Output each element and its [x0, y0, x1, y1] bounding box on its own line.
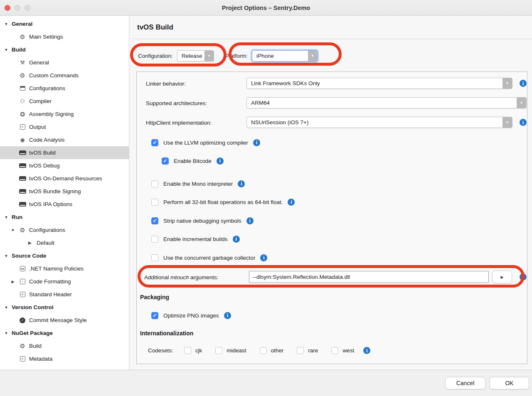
info-icon[interactable] [520, 273, 527, 280]
sidebar-item-metadata[interactable]: ≡Metadata [0, 352, 129, 365]
codeset-label: rare [308, 347, 318, 354]
doc-dash-icon: − [18, 279, 27, 284]
float-operations-checkbox[interactable] [151, 199, 158, 206]
window-icon [18, 86, 27, 91]
info-icon[interactable] [246, 217, 254, 224]
disclosure-down-icon[interactable]: ▼ [4, 215, 9, 219]
sidebar-item-standard-header[interactable]: #Standard Header [0, 288, 129, 301]
sidebar-item-label: Build [12, 47, 26, 53]
sidebar-item-tvos-bundle-signing[interactable]: tvOS Bundle Signing [0, 185, 129, 198]
sidebar-item-code-analysis[interactable]: ◉Code Analysis [0, 133, 129, 146]
concurrent-gc-checkbox[interactable] [151, 254, 158, 261]
disclosure-down-icon[interactable]: ▼ [4, 254, 9, 258]
codeset-cjk-checkbox[interactable] [184, 347, 191, 354]
sidebar-item-default[interactable]: ▶Default [0, 236, 129, 249]
sidebar-item-general[interactable]: ⚒General [0, 56, 129, 69]
info-icon[interactable] [520, 80, 527, 87]
codeset-other-checkbox[interactable] [260, 347, 267, 354]
sidebar-item-label: .NET Naming Policies [29, 266, 84, 272]
chevron-down-icon[interactable] [517, 98, 526, 108]
sidebar-item-main-settings[interactable]: ⚙Main Settings [0, 30, 129, 43]
sidebar-item-label: tvOS Bundle Signing [29, 188, 81, 194]
float-operations-row: Perform all 32-bit float operations as 6… [151, 197, 295, 207]
mtouch-arguments-input[interactable] [249, 271, 489, 283]
sidebar-item-net-naming-policies[interactable]: AB.NET Naming Policies [0, 262, 129, 275]
sidebar-item-label: Code Analysis [29, 137, 65, 143]
disclosure-down-icon[interactable]: ▼ [10, 228, 15, 232]
linker-behavior-dropdown[interactable]: Link Framework SDKs Only [246, 78, 512, 89]
tvos-icon [18, 176, 27, 181]
sidebar-item-code-formatting[interactable]: ▶−Code Formatting [0, 275, 129, 288]
info-icon[interactable] [224, 312, 231, 319]
project-options-window: Project Options – Sentry.Demo ▼General⚙M… [0, 0, 532, 396]
optimize-png-checkbox[interactable] [151, 312, 158, 319]
sidebar-item-nuget-package[interactable]: ▼NuGet Package [0, 327, 129, 339]
sidebar-item-compiler[interactable]: ⚇Compiler [0, 95, 129, 108]
configuration-dropdown[interactable]: Release [177, 50, 214, 61]
info-icon[interactable] [260, 254, 267, 261]
chevron-down-icon[interactable] [502, 78, 512, 89]
codeset-label: west [342, 347, 354, 354]
sidebar-item-commit-message-style[interactable]: Commit Message Style [0, 314, 129, 327]
codeset-west-checkbox[interactable] [331, 347, 338, 354]
disclosure-down-icon[interactable]: ▼ [4, 305, 9, 310]
sidebar-item-tvos-on-demand-resources[interactable]: tvOS On-Demand Resources [0, 172, 129, 185]
sidebar-item-label: General [29, 59, 49, 66]
codeset-rare-checkbox[interactable] [297, 347, 304, 354]
disclosure-right-icon[interactable]: ▶ [10, 280, 15, 284]
sidebar-item-run[interactable]: ▼Run [0, 211, 129, 224]
cancel-button[interactable]: Cancel [445, 377, 485, 389]
sidebar-item-build[interactable]: ⚙Build [0, 339, 129, 352]
ok-button[interactable]: OK [490, 377, 529, 389]
mtouch-expand-button[interactable] [492, 271, 512, 283]
strip-symbols-checkbox[interactable] [151, 217, 158, 224]
info-icon[interactable] [520, 119, 527, 126]
disclosure-down-icon[interactable]: ▼ [4, 22, 9, 26]
linker-behavior-label: Linker behavior: [146, 81, 186, 87]
incremental-builds-row: Enable incremental builds [151, 234, 240, 244]
sidebar-item-custom-commands[interactable]: ⚙Custom Commands [0, 69, 129, 82]
mono-interpreter-checkbox[interactable] [151, 180, 158, 187]
sidebar-item-configurations[interactable]: Configurations [0, 82, 129, 95]
info-icon[interactable] [253, 139, 260, 146]
chevron-down-icon[interactable] [502, 117, 512, 128]
codesets-row: Codesets: cjkmideastotherrarewest [148, 347, 370, 354]
disclosure-down-icon[interactable]: ▼ [4, 331, 9, 335]
info-icon[interactable] [233, 236, 240, 243]
platform-dropdown[interactable]: iPhone [252, 50, 318, 61]
sidebar-item-assembly-signing[interactable]: ✪Assembly Signing [0, 108, 129, 121]
titlebar: Project Options – Sentry.Demo [0, 0, 532, 16]
info-icon[interactable] [217, 157, 224, 165]
sidebar-item-build[interactable]: ▼Build [0, 43, 129, 56]
gear-icon: ⚙ [18, 342, 27, 350]
sidebar-item-label: General [12, 21, 32, 27]
optimize-png-row: Optimize PNG images [151, 311, 231, 320]
gear-icon: ⚙ [18, 226, 27, 234]
sidebar-item-tvos-build[interactable]: tvOS Build [0, 146, 129, 159]
httpclient-implementation-dropdown[interactable]: NSUrlSession (iOS 7+) [246, 117, 512, 128]
sidebar-item-output[interactable]: ≡Output [0, 121, 129, 133]
supported-architectures-dropdown[interactable]: ARM64 [246, 97, 527, 108]
sidebar-item-tvos-debug[interactable]: tvOS Debug [0, 159, 129, 172]
sidebar-item-version-control[interactable]: ▼Version Control [0, 301, 129, 314]
sidebar-item-configurations[interactable]: ▼⚙Configurations [0, 224, 129, 236]
sidebar-item-tvos-ipa-options[interactable]: tvOS IPA Options [0, 198, 129, 211]
incremental-builds-checkbox[interactable] [151, 236, 158, 243]
enable-bitcode-checkbox[interactable] [162, 157, 169, 165]
platform-label: Platform: [225, 53, 248, 59]
chevron-down-icon[interactable] [204, 51, 214, 61]
codeset-mideast-checkbox[interactable] [215, 347, 222, 354]
sidebar-item-general[interactable]: ▼General [0, 17, 129, 30]
codeset-west-option: west [331, 347, 354, 354]
chevron-down-icon[interactable] [308, 51, 317, 61]
codeset-label: cjk [195, 347, 202, 354]
disclosure-down-icon[interactable]: ▼ [4, 48, 9, 52]
hammer-icon: ⚒ [18, 59, 27, 66]
tvos-icon [18, 163, 27, 168]
info-icon[interactable] [288, 199, 295, 206]
llvm-compiler-checkbox[interactable] [151, 139, 158, 146]
info-icon[interactable] [238, 180, 245, 187]
build-settings-box: Linker behavior: Link Framework SDKs Onl… [136, 71, 527, 364]
info-icon[interactable] [363, 347, 370, 354]
sidebar-item-source-code[interactable]: ▼Source Code [0, 249, 129, 262]
